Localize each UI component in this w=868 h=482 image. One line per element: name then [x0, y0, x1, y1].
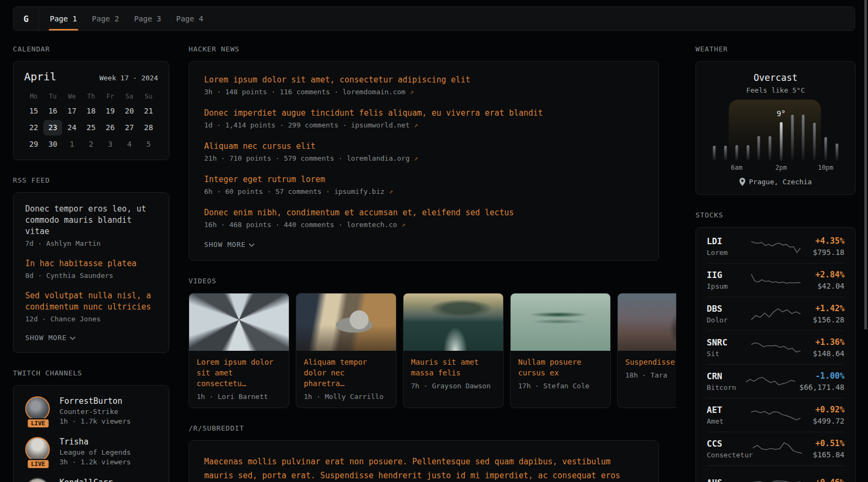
twitch-channel-row[interactable]: KendallCarr — [25, 478, 157, 482]
hackernews-item-title[interactable]: Lorem ipsum dolor sit amet, consectetur … — [204, 74, 643, 85]
calendar-day: 29 — [24, 137, 43, 152]
twitch-section-label: TWITCH CHANNELS — [13, 369, 169, 377]
tab-page-4[interactable]: Page 4 — [169, 7, 211, 31]
video-title[interactable]: Aliquam tempor dolor nec pharetra… — [304, 357, 388, 389]
stock-row[interactable]: AETAmet+0.92%$499.72 — [707, 398, 844, 432]
video-card[interactable]: Aliquam tempor dolor nec pharetra…1h · M… — [296, 293, 396, 408]
hackernews-item-domain[interactable]: loremdomain.com — [342, 88, 405, 96]
rss-item-meta: 7d · Ashlyn Martin — [25, 239, 157, 247]
video-card[interactable]: Lorem ipsum dolor sit amet consectetu…1h… — [189, 293, 289, 408]
hackernews-item-meta: 6h · 60 points · 57 comments · ipsumify.… — [204, 187, 643, 195]
hackernews-item: Lorem ipsum dolor sit amet, consectetur … — [204, 74, 643, 96]
weather-bar — [813, 123, 816, 161]
video-title[interactable]: Lorem ipsum dolor sit amet consectetu… — [197, 357, 281, 389]
channel-avatar — [25, 478, 50, 482]
calendar-day: 26 — [101, 120, 120, 135]
stock-row[interactable]: SNRCSit+1.36%$148.64 — [707, 331, 844, 365]
rss-section-label: RSS FEED — [13, 176, 169, 184]
stock-row[interactable]: DBSDolor+1.42%$156.28 — [707, 297, 844, 331]
weather-hour-column: 10pm — [820, 101, 832, 171]
sparkline-chart — [746, 371, 795, 391]
video-card-body: Lorem ipsum dolor sit amet consectetu…1h… — [189, 351, 289, 408]
hackernews-show-more-button[interactable]: SHOW MORE — [204, 240, 643, 248]
subreddit-section-label: /R/SUBREDDIT — [189, 424, 676, 432]
twitch-channel-name: ForrestBurton — [59, 396, 131, 406]
rss-item-title[interactable]: Donec tempor eros leo, ut commodo mauris… — [25, 204, 157, 237]
twitch-channel-row[interactable]: LIVEForrestBurtonCounter-Strike1h · 1.7k… — [25, 396, 157, 425]
stock-price: $66,171.48 — [795, 383, 844, 391]
weekday-label: Fr — [101, 91, 120, 102]
hackernews-item-domain[interactable]: ipsumify.biz — [334, 187, 385, 195]
hackernews-item-meta: 3h · 148 points · 116 comments · loremdo… — [204, 88, 643, 96]
twitch-channel-row[interactable]: LIVETrishaLeague of Legends3h · 1.2k vie… — [25, 437, 157, 466]
stock-values: +2.84%$42.04 — [800, 270, 845, 290]
video-card-body: Mauris sit amet massa felis7h · Grayson … — [403, 351, 503, 397]
video-title[interactable]: Nullam posuere cursus ex — [518, 357, 603, 378]
calendar-section: CALENDAR April Week 17 · 2024 MoTuWeThFr… — [13, 45, 169, 160]
stock-change-percent: +0.92% — [800, 405, 845, 415]
page-scrollbar-thumb[interactable] — [864, 0, 867, 329]
weather-bar — [769, 136, 772, 161]
subreddit-section: /R/SUBREDDIT Maecenas mollis pulvinar er… — [189, 424, 676, 482]
rss-widget: Donec tempor eros leo, ut commodo mauris… — [13, 192, 169, 353]
video-meta: 7h · Grayson Dawson — [411, 382, 496, 390]
hackernews-item-domain[interactable]: loremlandia.org — [347, 154, 409, 162]
stock-row[interactable]: AHS+0.46% — [707, 466, 844, 482]
app-logo[interactable]: G — [13, 7, 39, 31]
tab-page-1[interactable]: Page 1 — [42, 7, 85, 31]
twitch-channel-game: League of Legends — [59, 448, 131, 456]
stock-values: +0.51%$165.84 — [802, 439, 844, 459]
video-title[interactable]: Mauris sit amet massa felis — [411, 357, 496, 378]
video-card[interactable]: Mauris sit amet massa felis7h · Grayson … — [403, 293, 504, 408]
stock-identity: CRNBitcorn — [707, 371, 746, 391]
hackernews-show-more-label: SHOW MORE — [204, 240, 246, 248]
external-link-icon: ↗ — [406, 88, 414, 96]
weekday-label: We — [62, 91, 81, 102]
stock-row[interactable]: LDILorem+4.35%$795.18 — [707, 230, 844, 263]
stock-values: -1.00%$66,171.48 — [795, 371, 844, 391]
sparkline-chart — [751, 405, 800, 425]
video-title[interactable]: Suspendisse diam — [625, 357, 676, 367]
hackernews-item-title[interactable]: Donec imperdiet augue tincidunt felis al… — [204, 108, 643, 118]
hackernews-item-stats: 1d · 1,414 points · 299 comments — [204, 121, 338, 129]
hackernews-item-title[interactable]: Aliquam nec cursus elit — [204, 141, 643, 152]
stock-row[interactable]: CCSConsectetur+0.51%$165.84 — [707, 432, 844, 466]
stock-row[interactable]: CRNBitcorn-1.00%$66,171.48 — [707, 365, 844, 398]
subreddit-widget: Maecenas mollis pulvinar erat non posuer… — [189, 440, 659, 482]
rss-item-title[interactable]: In hac habitasse platea — [25, 258, 157, 269]
tab-page-3[interactable]: Page 3 — [126, 7, 169, 31]
stock-values: +4.35%$795.18 — [800, 236, 845, 257]
hackernews-item-domain[interactable]: loremtech.co — [347, 221, 397, 229]
stock-identity: SNRCSit — [707, 337, 751, 358]
hackernews-item-stats: 16h · 468 points · 440 comments — [204, 221, 334, 229]
video-card[interactable]: Suspendisse diam18h · Tara — [617, 293, 676, 408]
video-card[interactable]: Nullam posuere cursus ex17h · Stefan Col… — [510, 293, 611, 408]
hackernews-item-title[interactable]: Integer eget rutrum lorem — [204, 174, 643, 185]
calendar-day: 5 — [139, 137, 158, 152]
video-thumbnail — [511, 293, 610, 351]
right-column: WEATHER Overcast Feels like 5°C 6am9°2pm… — [695, 45, 856, 482]
weekday-label: Tu — [43, 91, 63, 102]
rss-show-more-button[interactable]: SHOW MORE — [25, 334, 157, 342]
stock-values: +0.92%$499.72 — [800, 405, 845, 425]
weather-location-row: Prague, Czechia — [708, 178, 843, 186]
chevron-down-icon — [70, 334, 76, 340]
tab-page-2[interactable]: Page 2 — [85, 7, 127, 31]
stock-ticker: LDI — [707, 236, 751, 246]
weather-section-label: WEATHER — [695, 45, 856, 53]
weather-location: Prague, Czechia — [749, 178, 812, 186]
stock-values: +1.36%$148.64 — [800, 337, 845, 358]
stock-sparkline — [753, 439, 802, 459]
video-card-body: Nullam posuere cursus ex17h · Stefan Col… — [511, 351, 610, 397]
stock-row[interactable]: IIGIpsum+2.84%$42.04 — [707, 263, 844, 297]
hackernews-item-domain[interactable]: ipsumworld.net — [351, 121, 410, 129]
stock-sparkline — [751, 337, 800, 358]
rss-item-title[interactable]: Sed volutpat nulla nisl, a condimentum n… — [25, 290, 157, 313]
live-badge: LIVE — [27, 459, 50, 469]
stock-change-percent: +2.84% — [800, 270, 845, 280]
weather-bar — [802, 115, 805, 161]
stock-ticker: AET — [707, 405, 751, 415]
hackernews-item-title[interactable]: Donec enim nibh, condimentum et accumsan… — [204, 207, 643, 218]
subreddit-post-title[interactable]: Maecenas mollis pulvinar erat non posuer… — [204, 455, 643, 482]
calendar-day: 25 — [81, 120, 101, 135]
